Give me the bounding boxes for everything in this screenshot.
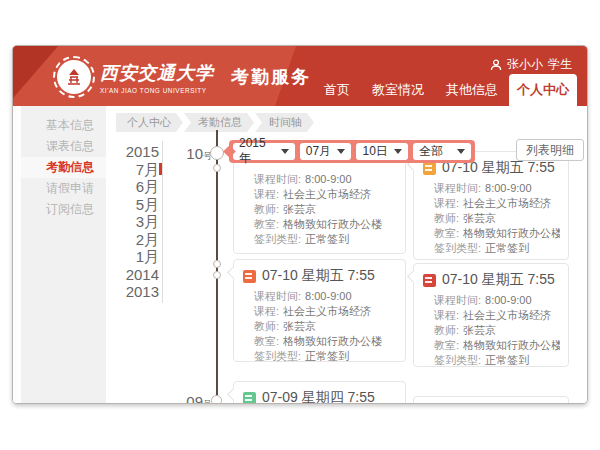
field-value: 8:00-9:00 — [485, 294, 531, 306]
sidebar-item-leave-request[interactable]: 请假申请 — [21, 178, 106, 199]
app-body: 基本信息 课表信息 考勤信息 请假申请 订阅信息 个人中心 考勤信息 时间轴 2… — [13, 106, 587, 404]
field-label: 教室: — [254, 218, 279, 230]
day-marker-09: 09号 — [182, 393, 212, 404]
year-item[interactable]: 6月 — [106, 178, 159, 196]
nav-item-other-info[interactable]: 其他信息 — [435, 74, 509, 106]
field-value: 社会主义市场经济 — [283, 188, 371, 200]
field-value: 社会主义市场经济 — [463, 309, 551, 321]
field-label: 教室: — [254, 335, 279, 347]
field-value: 8:00-9:00 — [485, 182, 531, 194]
sidebar: 基本信息 课表信息 考勤信息 请假申请 订阅信息 — [13, 106, 106, 404]
nav-item-home[interactable]: 首页 — [313, 74, 361, 106]
university-name: 西安交通大学 — [100, 61, 214, 85]
year-item[interactable]: 1月 — [106, 248, 159, 266]
attendance-card[interactable]: 07-10 星期五 7:55 课程时间:8:00-9:00 课程:社会主义市场经… — [413, 151, 569, 260]
field-label: 教室: — [434, 339, 459, 351]
year-item[interactable]: 2015 — [106, 143, 159, 161]
field-value: 格物致知行政办公楼 — [463, 339, 560, 351]
caret-down-icon — [281, 149, 289, 154]
main-nav: 首页 教室情况 其他信息 个人中心 — [313, 74, 577, 106]
year-item[interactable]: 7月 — [106, 161, 159, 179]
attendance-card[interactable]: 07-09 星期四 7:55 — [233, 381, 406, 404]
app-window: 西安交通大学 XI'AN JIAO TONG UNIVERSITY 考勤服务 张… — [12, 45, 588, 404]
field-value: 8:00-9:00 — [305, 173, 351, 185]
day-marker-10: 10号 — [182, 145, 212, 163]
scope-select[interactable]: 全部 — [413, 143, 471, 160]
breadcrumb-item-attendance-info[interactable]: 考勤信息 — [184, 113, 254, 132]
year-item[interactable]: 3月 — [106, 213, 159, 231]
year-item[interactable]: 2013 — [106, 283, 159, 301]
field-label: 教室: — [434, 227, 459, 239]
field-value: 正常签到 — [485, 242, 529, 254]
pagoda-icon — [64, 67, 84, 87]
timeline-node — [210, 146, 224, 160]
page: 西安交通大学 XI'AN JIAO TONG UNIVERSITY 考勤服务 张… — [0, 0, 600, 450]
field-label: 课程时间: — [434, 182, 481, 194]
field-value: 张芸京 — [463, 212, 496, 224]
field-value: 张芸京 — [283, 203, 316, 215]
field-value: 张芸京 — [463, 324, 496, 336]
field-value: 格物致知行政办公楼 — [463, 227, 560, 239]
field-label: 课程: — [434, 197, 459, 209]
field-label: 课程时间: — [254, 173, 301, 185]
card-title: 07-10 星期五 7:55 — [442, 271, 555, 289]
breadcrumb-item-personal-center[interactable]: 个人中心 — [116, 113, 183, 132]
year-divider — [162, 141, 163, 303]
university-logo-icon — [57, 60, 91, 94]
year-item[interactable]: 2014 — [106, 266, 159, 284]
sidebar-item-basic-info[interactable]: 基本信息 — [21, 115, 106, 136]
field-value: 格物致知行政办公楼 — [283, 335, 382, 347]
field-value: 正常签到 — [305, 350, 349, 362]
app-header: 西安交通大学 XI'AN JIAO TONG UNIVERSITY 考勤服务 张… — [13, 46, 587, 106]
sidebar-item-attendance-info[interactable]: 考勤信息 — [21, 157, 106, 178]
timeline-node — [213, 271, 221, 279]
year-item[interactable]: 2月 — [106, 231, 159, 249]
card-title: 07-10 星期五 7:55 — [262, 267, 375, 285]
signin-status-icon — [423, 162, 436, 175]
brand: 西安交通大学 XI'AN JIAO TONG UNIVERSITY 考勤服务 — [57, 56, 311, 98]
timeline-node — [213, 260, 221, 268]
field-label: 签到类型: — [254, 350, 301, 362]
year-list: 2015 7月 6月 5月 3月 2月 1月 2014 2013 — [106, 143, 159, 301]
year-item[interactable]: 5月 — [106, 196, 159, 214]
sidebar-item-subscription-info[interactable]: 订阅信息 — [21, 199, 106, 220]
signin-status-icon — [243, 392, 256, 405]
card-title: 07-09 星期四 7:55 — [262, 389, 375, 404]
field-label: 课程: — [254, 305, 279, 317]
attendance-card[interactable] — [413, 396, 569, 404]
field-value: 格物致知行政办公楼 — [283, 218, 382, 230]
university-name-en: XI'AN JIAO TONG UNIVERSITY — [100, 87, 214, 94]
field-label: 签到类型: — [254, 233, 301, 245]
caret-down-icon — [394, 149, 402, 154]
timeline-node — [211, 395, 222, 404]
signin-status-icon — [243, 270, 256, 283]
field-value: 8:00-9:00 — [305, 290, 351, 302]
month-select[interactable]: 07月 — [300, 143, 352, 160]
user-icon — [490, 59, 502, 71]
user-info[interactable]: 张小小 学生 — [490, 56, 572, 73]
sidebar-item-timetable-info[interactable]: 课表信息 — [21, 136, 106, 157]
date-filter-bar: 2015年 07月 10日 全部 — [229, 140, 475, 163]
field-value: 正常签到 — [485, 354, 529, 366]
field-label: 教师: — [254, 203, 279, 215]
attendance-card[interactable]: 07-10 星期五 7:55 课程时间:8:00-9:00 课程:社会主义市场经… — [413, 263, 569, 367]
nav-item-classrooms[interactable]: 教室情况 — [361, 74, 435, 106]
list-detail-button[interactable]: 列表明细 — [516, 139, 584, 161]
signin-status-icon — [423, 274, 436, 287]
year-select[interactable]: 2015年 — [233, 143, 295, 160]
field-label: 签到类型: — [434, 354, 481, 366]
field-value: 张芸京 — [283, 320, 316, 332]
field-value: 社会主义市场经济 — [463, 197, 551, 209]
caret-down-icon — [457, 149, 465, 154]
university-name-block: 西安交通大学 XI'AN JIAO TONG UNIVERSITY — [100, 61, 214, 94]
app-title: 考勤服务 — [231, 65, 311, 89]
field-value: 社会主义市场经济 — [283, 305, 371, 317]
user-role: 学生 — [548, 56, 572, 73]
timeline-node — [213, 164, 221, 172]
caret-down-icon — [337, 149, 345, 154]
day-select[interactable]: 10日 — [356, 143, 408, 160]
nav-tab-personal-center[interactable]: 个人中心 — [509, 74, 577, 106]
current-month-marker — [159, 163, 162, 175]
breadcrumb-item-timeline[interactable]: 时间轴 — [255, 113, 314, 132]
attendance-card[interactable]: 07-10 星期五 7:55 课程时间:8:00-9:00 课程:社会主义市场经… — [233, 259, 406, 362]
